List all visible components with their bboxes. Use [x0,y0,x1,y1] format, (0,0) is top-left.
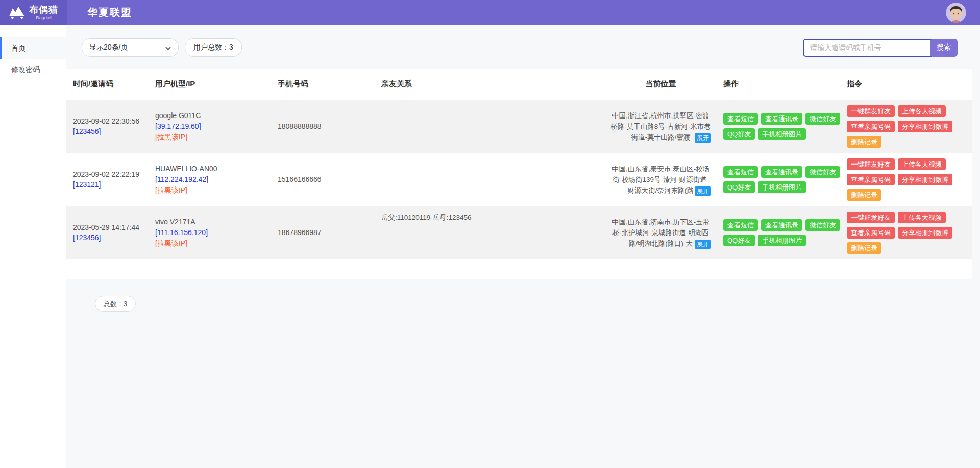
action-buttons-group: 查看短信查看通讯录微信好友QQ好友手机相册图片 [723,166,843,193]
commands-cell: 一键群发好友上传各大视频查看亲属号码分享相册到微博删除记录 [837,100,972,153]
user-total-badge: 用户总数：3 [185,38,242,57]
location-text: 中国,山东省,泰安市,泰山区-校场街-校场街139号-漆河-财源街道-财源大街/… [608,163,713,196]
time-invite-cell: 2023-05-29 14:17:44[123456] [66,206,155,259]
command-button[interactable]: 查看亲属号码 [847,121,895,132]
device-model: HUAWEI LIO-AN00 [155,163,278,174]
action-button[interactable]: 微信好友 [805,219,840,231]
command-buttons-group: 一键群发好友上传各大视频查看亲属号码分享相册到微博删除记录 [847,105,974,148]
action-buttons-group: 查看短信查看通讯录微信好友QQ好友手机相册图片 [723,113,843,140]
command-buttons-group: 一键群发好友上传各大视频查看亲属号码分享相册到微博删除记录 [847,158,974,201]
device-ip-cell: google G011C[39.172.19.60][拉黑该IP] [155,100,278,153]
ip-link[interactable]: [112.224.192.42] [155,174,278,185]
action-button[interactable]: QQ好友 [723,128,755,140]
phone-number: 18678966987 [278,228,322,237]
page-size-selected-value: 显示20条/页 [89,43,128,52]
block-ip-link[interactable]: [拉黑该IP] [155,132,278,143]
row-time: 2023-05-29 14:17:44 [73,223,155,231]
table-row: 2023-09-02 22:30:56[123456]google G011C[… [66,100,972,153]
actions-cell: 查看短信查看通讯录微信好友QQ好友手机相册图片 [713,153,837,206]
users-table-card: 时间/邀请码 用户机型/IP 手机号码 亲友关系 当前位置 操作 指令 2023… [66,69,972,279]
commands-cell: 一键群发好友上传各大视频查看亲属号码分享相册到微博删除记录 [837,206,972,259]
search-input[interactable] [803,39,932,57]
page-title: 华夏联盟 [87,6,132,19]
relations-cell [381,100,608,153]
command-button[interactable]: 删除记录 [847,189,881,201]
action-button[interactable]: QQ好友 [723,235,755,246]
expand-location-link[interactable]: 展开 [695,186,711,196]
command-button[interactable]: 查看亲属号码 [847,227,895,239]
command-button[interactable]: 一键群发好友 [847,212,895,223]
command-button[interactable]: 分享相册到微博 [898,174,952,185]
command-button[interactable]: 一键群发好友 [847,158,895,170]
search-button[interactable]: 搜索 [930,39,958,57]
device-ip-cell: vivo V2171A[111.16.156.120][拉黑该IP] [155,206,278,259]
logo-title: 布偶猫 [29,5,58,14]
relations-text: 岳父:110120119-岳母:123456 [381,214,472,221]
command-button[interactable]: 分享相册到微博 [898,227,952,239]
column-header-actions: 操作 [713,69,837,100]
phone-cell: 18678966987 [278,206,381,259]
expand-location-link[interactable]: 展开 [695,240,711,249]
sidebar-item-home[interactable]: 首页 [0,37,66,59]
phone-number: 15166166666 [278,175,322,183]
column-header-device-ip: 用户机型/IP [155,69,278,100]
command-button[interactable]: 上传各大视频 [898,105,946,117]
ip-link[interactable]: [111.16.156.120] [155,227,278,238]
action-button[interactable]: 查看短信 [723,113,758,125]
column-header-relations: 亲友关系 [381,69,608,100]
command-button[interactable]: 上传各大视频 [898,158,946,170]
row-time: 2023-09-02 22:22:19 [73,170,155,178]
command-buttons-group: 一键群发好友上传各大视频查看亲属号码分享相册到微博删除记录 [847,212,974,254]
action-button[interactable]: 手机相册图片 [758,235,806,246]
actions-cell: 查看短信查看通讯录微信好友QQ好友手机相册图片 [713,100,837,153]
user-avatar[interactable] [946,3,966,23]
top-header: 布偶猫 Ragdoll 华夏联盟 [0,0,980,25]
app-logo: 布偶猫 Ragdoll [0,0,67,25]
command-button[interactable]: 分享相册到微博 [898,121,952,132]
block-ip-link[interactable]: [拉黑该IP] [155,238,278,249]
toolbar: 显示20条/页 用户总数：3 搜索 [66,38,980,57]
action-button[interactable]: 查看通讯录 [761,166,802,178]
action-button[interactable]: 手机相册图片 [758,181,806,193]
command-button[interactable]: 查看亲属号码 [847,174,895,185]
invite-code-link[interactable]: [123456] [73,233,155,242]
users-table: 时间/邀请码 用户机型/IP 手机号码 亲友关系 当前位置 操作 指令 2023… [66,69,972,259]
column-header-time-invite: 时间/邀请码 [66,69,155,100]
block-ip-link[interactable]: [拉黑该IP] [155,185,278,196]
action-button[interactable]: 查看通讯录 [761,113,802,125]
expand-location-link[interactable]: 展开 [695,133,711,143]
invite-code-link[interactable]: [123456] [73,127,155,135]
command-button[interactable]: 上传各大视频 [898,212,946,223]
search-area: 搜索 [803,39,958,57]
commands-cell: 一键群发好友上传各大视频查看亲属号码分享相册到微博删除记录 [837,153,972,206]
action-button[interactable]: 查看短信 [723,219,758,231]
ip-link[interactable]: [39.172.19.60] [155,121,278,132]
table-row: 2023-05-29 14:17:44[123456]vivo V2171A[1… [66,206,972,259]
action-button[interactable]: 查看通讯录 [761,219,802,231]
action-button[interactable]: 手机相册图片 [758,128,806,140]
command-button[interactable]: 删除记录 [847,136,881,148]
command-button[interactable]: 删除记录 [847,242,881,254]
location-text: 中国,浙江省,杭州市,拱墅区-密渡桥路-莫干山路8号-古新河-米市巷街道-莫干山… [608,110,713,143]
time-invite-cell: 2023-09-02 22:30:56[123456] [66,100,155,153]
action-button[interactable]: 微信好友 [805,166,840,178]
table-body: 2023-09-02 22:30:56[123456]google G011C[… [66,100,972,259]
page-size-select[interactable]: 显示20条/页 [82,38,179,57]
phone-cell: 15166166666 [278,153,381,206]
location-cell: 中国,山东省,泰安市,泰山区-校场街-校场街139号-漆河-财源街道-财源大街/… [608,153,713,206]
actions-cell: 查看短信查看通讯录微信好友QQ好友手机相册图片 [713,206,837,259]
action-button[interactable]: 微信好友 [805,113,840,125]
sidebar-item-change-password[interactable]: 修改密码 [0,59,66,80]
action-button[interactable]: 查看短信 [723,166,758,178]
location-cell: 中国,浙江省,杭州市,拱墅区-密渡桥路-莫干山路8号-古新河-米市巷街道-莫干山… [608,100,713,153]
command-button[interactable]: 一键群发好友 [847,105,895,117]
column-header-location: 当前位置 [608,69,713,100]
column-header-phone: 手机号码 [278,69,381,100]
relations-cell: 岳父:110120119-岳母:123456 [381,206,608,259]
table-header-row: 时间/邀请码 用户机型/IP 手机号码 亲友关系 当前位置 操作 指令 [66,69,972,100]
table-row: 2023-09-02 22:22:19[123121]HUAWEI LIO-AN… [66,153,972,206]
location-text: 中国,山东省,济南市,历下区-玉带桥-北护城河-泉城路街道-明湖西路/明湖北路(… [608,217,713,249]
logo-subtitle: Ragdoll [36,16,52,20]
action-button[interactable]: QQ好友 [723,181,755,193]
invite-code-link[interactable]: [123121] [73,180,155,189]
